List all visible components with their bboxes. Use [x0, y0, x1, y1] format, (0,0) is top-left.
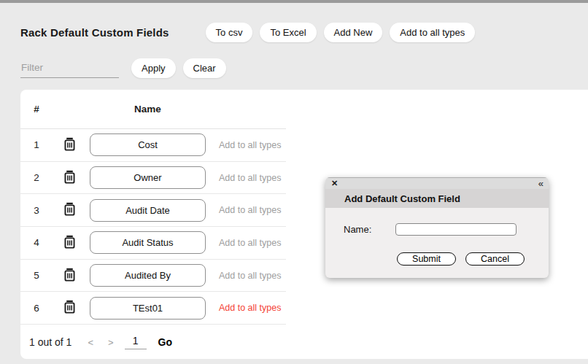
add-to-all-types-link[interactable]: Add to all types [219, 140, 281, 150]
add-to-all-types-link[interactable]: Add to all types [219, 173, 281, 183]
custom-fields-table: # Name 1 Add to all types 2 Add to all t… [20, 90, 286, 325]
modal-topbar: ✕ « [325, 177, 549, 189]
collapse-icon[interactable]: « [538, 179, 543, 188]
add-default-custom-field-modal: ✕ « Add Default Custom Field Name: Submi… [325, 177, 549, 278]
trash-icon [63, 170, 76, 186]
name-field-label: Name: [344, 224, 371, 235]
row-number: 1 [29, 139, 44, 150]
next-page-button[interactable]: > [108, 337, 114, 348]
name-input[interactable] [90, 133, 206, 156]
go-button[interactable]: Go [158, 336, 172, 348]
row-number: 3 [29, 205, 44, 216]
trash-icon [63, 137, 76, 153]
row-number: 5 [29, 270, 44, 281]
trash-icon [63, 268, 76, 284]
pagination-bar: 1 out of 1 < > Go [29, 335, 172, 349]
pagination-summary: 1 out of 1 [29, 336, 71, 348]
delete-button[interactable] [63, 268, 76, 283]
row-number: 4 [29, 237, 44, 248]
table-row: 2 Add to all types [20, 162, 286, 195]
delete-button[interactable] [63, 171, 76, 185]
modal-buttons: Submit Cancel [397, 252, 549, 266]
prev-page-button[interactable]: < [88, 337, 93, 348]
add-to-all-types-link[interactable]: Add to all types [219, 271, 281, 281]
trash-icon [63, 235, 76, 251]
table-header: # Name [20, 90, 286, 129]
modal-name-row: Name: [344, 223, 549, 236]
submit-button[interactable]: Submit [397, 252, 456, 266]
table-row: 6 Add to all types [20, 292, 286, 325]
column-header-name: Name [90, 104, 206, 115]
page-number-input[interactable] [125, 335, 147, 349]
table-row: 5 Add to all types [20, 260, 286, 293]
name-input[interactable] [90, 166, 206, 189]
name-input[interactable] [90, 297, 206, 320]
delete-button[interactable] [63, 203, 76, 217]
modal-body: Name: Submit Cancel [325, 208, 549, 278]
add-to-all-types-button[interactable]: Add to all types [390, 23, 475, 42]
row-number: 2 [29, 172, 44, 183]
trash-icon [63, 202, 76, 218]
column-header-number: # [29, 104, 44, 115]
trash-icon [63, 300, 76, 316]
modal-title: Add Default Custom Field [325, 189, 549, 208]
name-input[interactable] [90, 199, 206, 222]
name-input[interactable] [90, 231, 206, 254]
row-number: 6 [29, 303, 44, 314]
add-to-all-types-link[interactable]: Add to all types [219, 303, 281, 313]
page-title: Rack Default Custom Fields [20, 26, 169, 39]
page-header: Rack Default Custom Fields To csv To Exc… [20, 23, 475, 42]
add-to-all-types-link[interactable]: Add to all types [219, 238, 281, 248]
name-input[interactable] [90, 264, 206, 287]
delete-button[interactable] [63, 236, 76, 250]
modal-name-input[interactable] [395, 223, 517, 236]
filter-input[interactable] [20, 59, 119, 78]
close-icon[interactable]: ✕ [331, 179, 338, 187]
clear-button[interactable]: Clear [183, 58, 226, 78]
toolbar: To csv To Excel Add New Add to all types [206, 23, 476, 42]
table-row: 4 Add to all types [20, 227, 286, 260]
add-to-all-types-link[interactable]: Add to all types [219, 205, 281, 215]
add-new-button[interactable]: Add New [324, 23, 383, 42]
apply-button[interactable]: Apply [131, 58, 176, 78]
table-row: 1 Add to all types [20, 129, 286, 162]
top-divider-strip [0, 0, 588, 3]
filter-bar: Apply Clear [20, 58, 226, 78]
to-excel-button[interactable]: To Excel [260, 23, 316, 42]
table-row: 3 Add to all types [20, 194, 286, 227]
delete-button[interactable] [63, 301, 76, 315]
delete-button[interactable] [63, 138, 76, 152]
to-csv-button[interactable]: To csv [206, 23, 253, 42]
cancel-button[interactable]: Cancel [465, 252, 525, 266]
